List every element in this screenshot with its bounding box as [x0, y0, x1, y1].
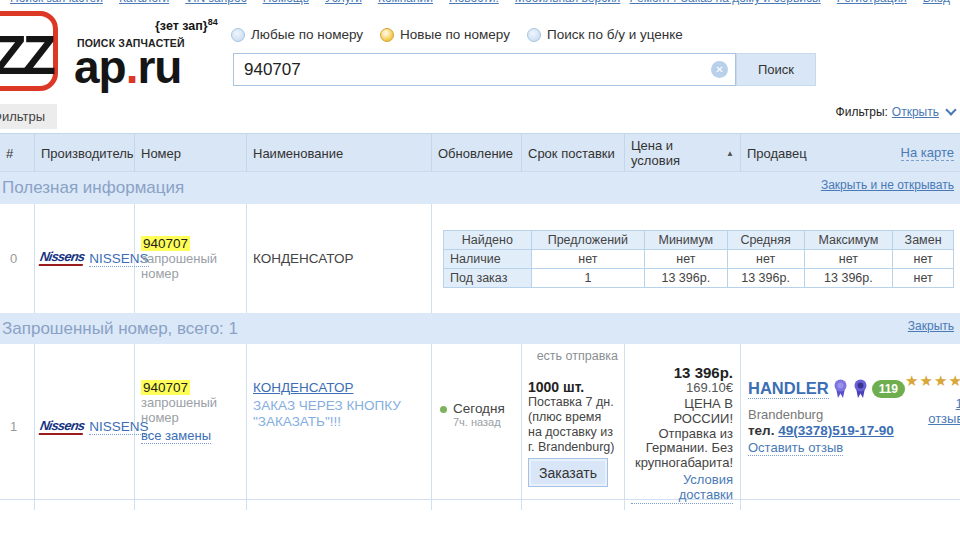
radio-label: Поиск по б/у и уценке [547, 27, 683, 42]
star-rating [905, 372, 960, 390]
nissens-logo: Nissens [39, 419, 86, 435]
phone-label: тел. [748, 423, 774, 438]
nav-link-repair[interactable]: Ремонт / Заказ на дому и сервисы [630, 0, 821, 5]
nav-link-help[interactable]: Помощь [263, 0, 309, 5]
stats-value: нет [531, 249, 645, 268]
price-cell: 13 396р. 169.10€ ЦЕНА В РОССИИ! Отправка… [625, 344, 741, 510]
online-status-icon [440, 406, 447, 413]
logo-zz: ZZ [0, 28, 52, 83]
logo-domain-b: ru [137, 41, 181, 93]
stats-value: 1 [531, 268, 645, 287]
results-section-title: Запрошенный номер, всего: 1 [2, 316, 238, 339]
radio-icon [380, 28, 394, 42]
leave-review-link[interactable]: Оставить отзыв [748, 440, 843, 456]
nav-link-vin[interactable]: VIN запрос [185, 0, 246, 5]
nav-link-mobile[interactable]: Мобильная версия [515, 0, 621, 5]
info-section-title: Полезная информация [2, 175, 184, 198]
radio-icon [527, 28, 541, 42]
update-ago: 7ч. назад [453, 416, 505, 428]
logo-domain: ap.ru [74, 44, 181, 90]
offer-row: 1 Nissens NISSENS 940707 запрошеный номе… [0, 344, 960, 500]
info-close-link[interactable]: Закрыть и не открывать [821, 178, 954, 192]
number-cell: 940707 запрошеный номер [135, 204, 247, 313]
phone-link[interactable]: 49(3378)519-17-90 [778, 423, 894, 438]
delivery-term-cell: есть отправка 1000 шт. Поставка 7 дн. (п… [522, 344, 625, 510]
clear-search-icon[interactable]: ✕ [711, 61, 728, 78]
logo-annotation-sup: 84 [208, 17, 218, 27]
nav-link-companies[interactable]: Компании [378, 0, 433, 5]
header-price-sort[interactable]: Цена и условия ▲ [625, 134, 741, 172]
header-index: # [0, 134, 35, 172]
seller-info: HANDLER 119 Brandenburg [748, 379, 905, 504]
nav-link-services[interactable]: Услуги [325, 0, 362, 5]
part-name: КОНДЕНСАТОР [247, 204, 432, 313]
shipping-note: есть отправка [528, 349, 618, 364]
update-day: Сегодня [453, 401, 505, 416]
header-manufacturer: Производитель [35, 134, 135, 172]
filters-open-link[interactable]: Открыть [892, 105, 939, 119]
search-button[interactable]: Поиск [736, 53, 816, 86]
stats-header: Средняя [727, 230, 804, 249]
nav-link-news[interactable]: Новости! [449, 0, 499, 5]
seller-name-link[interactable]: HANDLER [748, 379, 829, 399]
nav-right: Ремонт / Заказ на дому и сервисы Регистр… [630, 0, 950, 5]
stats-table: Найдено Предложений Минимум Средняя Макс… [443, 230, 954, 288]
stats-value: 13 396р. [645, 268, 727, 287]
logo-dot: . [126, 41, 138, 93]
part-number-note: запрошеный номер [141, 251, 240, 281]
all-replacements-link[interactable]: все замены [141, 428, 211, 444]
delivery-days: Поставка 7 дн. [528, 395, 618, 410]
seller-city: Brandenburg [748, 407, 905, 422]
nav-link-register[interactable]: Регистрация [837, 0, 907, 5]
rating-count-badge: 119 [872, 380, 905, 398]
star-icon [919, 372, 933, 389]
delivery-terms-link[interactable]: Условия доставки [631, 473, 733, 504]
search-mode-radios: Любые по номеру Новые по номеру Поиск по… [231, 27, 683, 42]
search-input[interactable] [233, 53, 736, 86]
part-number: 940707 [141, 236, 190, 251]
map-link[interactable]: На карте [901, 145, 954, 161]
delivery-note: (плюс время на доставку из г. Brandenbur… [528, 410, 618, 454]
award-ribbon-icon [833, 379, 848, 399]
reviews-link[interactable]: 168 отзывов [905, 396, 960, 426]
price-note-russia: ЦЕНА В РОССИИ! [631, 397, 733, 427]
stats-row-label: Наличие [444, 249, 532, 268]
results-section-bar: Запрошенный номер, всего: 1 Закрыть [0, 313, 960, 344]
part-name-link[interactable]: КОНДЕНСАТОР [253, 380, 353, 395]
seller-phone: тел. 49(3378)519-17-90 [748, 423, 905, 438]
seller-rating: 168 отзывов [905, 372, 960, 504]
logo-domain-a: ap [74, 41, 126, 93]
radio-label: Новые по номеру [400, 27, 510, 42]
price-note-shipping: Отправка из Германии. Без крупногабарита… [631, 427, 733, 471]
filters-tab[interactable]: Фильтры [0, 104, 57, 129]
chevron-down-icon[interactable] [945, 104, 956, 115]
header-seller-label: Продавец [747, 146, 807, 161]
nav-link-search[interactable]: Поиск запчастей [10, 0, 103, 5]
results-close-link[interactable]: Закрыть [908, 319, 954, 333]
radio-new-by-number[interactable]: Новые по номеру [380, 27, 510, 42]
info-row: 0 Nissens NISSENS 940707 запрошеный номе… [0, 204, 960, 313]
stats-value: нет [645, 249, 727, 268]
nav-link-login[interactable]: Вход [923, 0, 950, 5]
table-header-row: # Производитель Номер Наименование Обнов… [0, 133, 960, 172]
stats-header: Предложений [531, 230, 645, 249]
update-cell: Сегодня 7ч. назад [432, 344, 522, 510]
radio-any-by-number[interactable]: Любые по номеру [231, 27, 363, 42]
filters-label: Фильтры: [836, 105, 888, 119]
star-icon [934, 372, 948, 389]
part-number: 940707 [141, 380, 190, 395]
nissens-logo: Nissens [39, 250, 86, 266]
top-navigation: Поиск запчастей Каталоги VIN запрос Помо… [0, 0, 960, 5]
stats-value: нет [727, 249, 804, 268]
radio-used-discount[interactable]: Поиск по б/у и уценке [527, 27, 683, 42]
quantity: 1000 шт. [528, 379, 618, 396]
seller-cell: HANDLER 119 Brandenburg [741, 344, 960, 510]
order-button[interactable]: Заказать [528, 458, 608, 487]
stats-value: нет [804, 249, 893, 268]
stats-header: Замен [893, 230, 954, 249]
header-name: Наименование [247, 134, 432, 172]
sort-asc-icon: ▲ [726, 149, 734, 158]
header-updated: Обновление [432, 134, 522, 172]
nav-link-catalogs[interactable]: Каталоги [119, 0, 169, 5]
brand-cell: Nissens NISSENS [35, 204, 135, 313]
